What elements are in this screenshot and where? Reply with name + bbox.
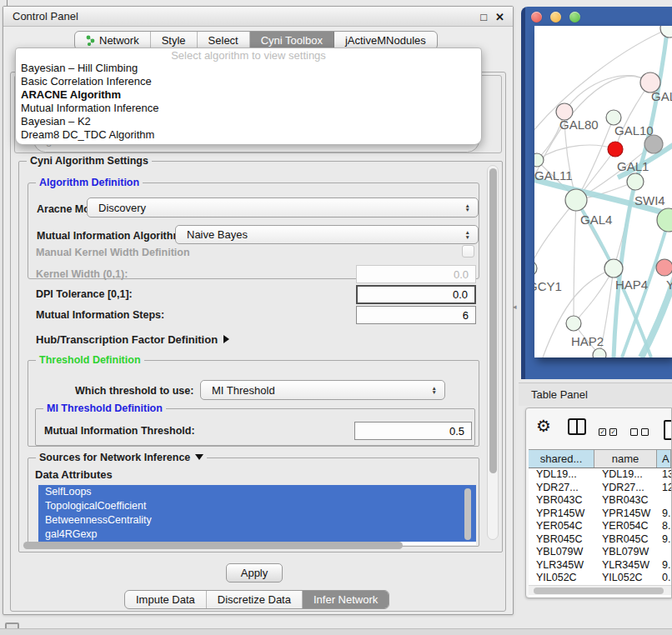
network-edge[interactable]: [564, 76, 650, 112]
collapsed-arrow-icon: [223, 335, 229, 343]
data-attributes-list[interactable]: SelfLoopsTopologicalCoefficientBetweenne…: [38, 485, 476, 545]
node-hap4[interactable]: [604, 259, 623, 278]
table-row[interactable]: YER054CYER054C8.: [529, 520, 671, 533]
settings-vertical-scrollbar[interactable]: [487, 165, 499, 540]
panel-resize-handle[interactable]: ◂: [513, 302, 517, 311]
control-panel-titlebar[interactable]: Control Panel □ ✕: [3, 7, 513, 27]
gear-icon[interactable]: ⚙: [536, 418, 551, 434]
mi-algorithm-type-combo[interactable]: Naive Bayes ▲▼: [175, 225, 479, 244]
tab-style[interactable]: Style: [151, 32, 198, 49]
algorithm-options: Bayesian – Hill ClimbingBasic Correlatio…: [16, 62, 481, 142]
manual-kernel-width-label: Manual Kernel Width Definition: [36, 247, 190, 258]
aracne-mode-combo[interactable]: Discovery ▲▼: [87, 198, 479, 218]
list-scrollbar[interactable]: [464, 488, 471, 540]
table-horizontal-scrollbar[interactable]: [529, 585, 671, 595]
mi-threshold-field[interactable]: 0.5: [354, 422, 472, 440]
table-row[interactable]: YDR27...YDR27...12: [529, 482, 671, 495]
table-row[interactable]: YBR043CYBR043C: [529, 494, 671, 508]
network-edge[interactable]: [574, 268, 614, 323]
kernel-width-label: Kernel Width (0,1):: [36, 268, 128, 280]
apply-button[interactable]: Apply: [226, 563, 283, 582]
network-edge[interactable]: [574, 200, 576, 323]
hub-definition-toggle[interactable]: Hub/Transcription Factor Definition: [36, 333, 229, 346]
table-cell: YDR27...: [594, 482, 657, 495]
table-row[interactable]: YBR045CYBR045C9.: [529, 533, 671, 547]
settings-horizontal-scrollbar[interactable]: [23, 542, 403, 549]
window-edge-tick: [7, 0, 8, 6]
mi-algorithm-type-value: Naive Bayes: [187, 228, 248, 241]
deselect-all-icon[interactable]: [630, 428, 649, 436]
node-hap2[interactable]: [566, 316, 581, 331]
column-header-3[interactable]: A: [657, 450, 671, 468]
label-swi4-label: SWI4: [634, 193, 665, 208]
sources-title[interactable]: Sources for Network Inference: [36, 452, 207, 463]
algorithm-option[interactable]: Basic Correlation Inference: [16, 75, 481, 88]
network-edge[interactable]: [537, 145, 615, 160]
table-row[interactable]: YIL052CYIL052C0.: [529, 572, 671, 585]
cyni-toolbox-panel: gal-filtered sif default node Cyni Algor…: [10, 72, 506, 612]
table-row[interactable]: YDL19...YDL19...13: [529, 468, 671, 482]
table-cell: 12: [657, 482, 671, 495]
attribute-list-item[interactable]: SelfLoops: [38, 485, 476, 499]
manual-kernel-width-checkbox[interactable]: [462, 245, 474, 258]
mi-steps-field[interactable]: 6: [356, 306, 476, 324]
tab-label: Cyni Toolbox: [261, 34, 323, 47]
node-gal2-label: GAL: [651, 89, 672, 103]
select-all-icon[interactable]: ✓✓: [599, 428, 617, 436]
node-gal11[interactable]: [534, 153, 544, 167]
node-gray[interactable]: [644, 135, 663, 153]
close-panel-icon[interactable]: ✕: [495, 12, 504, 22]
network-edge[interactable]: [534, 200, 576, 268]
column-view-icon[interactable]: [568, 418, 586, 435]
tab-jactivemnodules[interactable]: jActiveMNodules: [334, 32, 437, 49]
expanded-arrow-icon: [195, 454, 203, 460]
table-panel: ⚙ ✓✓ shared...nameA YDL19...YDL19...13YD…: [525, 408, 672, 598]
tab-discretize-data[interactable]: Discretize Data: [207, 591, 303, 608]
network-canvas[interactable]: GALGAL80GAL10GAL1GAL11SWI4GAL4GCY1HAP4YH…: [534, 26, 672, 358]
new-table-icon[interactable]: [664, 420, 672, 440]
table-panel-titlebar[interactable]: Table Panel: [519, 382, 672, 406]
dpi-tolerance-field[interactable]: 0.0: [356, 285, 476, 304]
tab-infer-network[interactable]: Infer Network: [303, 591, 389, 608]
algorithm-option[interactable]: Bayesian – K2: [16, 115, 481, 128]
kernel-width-field[interactable]: 0.0: [356, 265, 476, 283]
tab-impute-data[interactable]: Impute Data: [125, 591, 207, 608]
table-cell: 13: [657, 468, 671, 482]
table-cell: 0.: [657, 572, 671, 585]
tab-cyni-toolbox[interactable]: Cyni Toolbox: [250, 32, 334, 49]
table-cell: YDL19...: [529, 468, 594, 482]
node-hap2-label: HAP2: [571, 334, 604, 348]
table-cell: YPR145W: [529, 508, 594, 521]
table-cell: YLR345W: [529, 559, 594, 572]
table-row[interactable]: YPR145WYPR145W9.: [529, 508, 671, 521]
node-bottom[interactable]: [593, 348, 606, 358]
zoom-window-icon[interactable]: [569, 12, 580, 22]
node-red[interactable]: [608, 142, 623, 157]
node-salmon[interactable]: [656, 259, 672, 276]
tab-select[interactable]: Select: [198, 32, 250, 49]
tab-label: Network: [99, 34, 139, 47]
attribute-list-item[interactable]: BetweennessCentrality: [38, 513, 476, 528]
column-header-2[interactable]: name: [594, 450, 657, 468]
node-gal4[interactable]: [565, 189, 587, 211]
algorithm-option[interactable]: Dream8 DC_TDC Algorithm: [16, 128, 481, 142]
attribute-list-item[interactable]: gal4RGexp: [38, 528, 476, 542]
algorithm-option[interactable]: Bayesian – Hill Climbing: [16, 62, 481, 75]
node-gal10-label: GAL10: [614, 123, 654, 138]
mi-steps-value: 6: [463, 309, 469, 322]
algorithm-option[interactable]: ARACNE Algorithm: [16, 88, 481, 102]
table-row[interactable]: YLR345WYLR345W9.: [529, 559, 671, 572]
table-row[interactable]: YBL079WYBL079W: [529, 546, 671, 559]
node-top-right[interactable]: [660, 26, 672, 38]
node-gcy1[interactable]: [534, 261, 537, 276]
tab-network[interactable]: Network: [75, 32, 151, 49]
algorithm-option[interactable]: Mutual Information Inference: [16, 102, 481, 115]
tab-label: Discretize Data: [218, 593, 291, 606]
which-threshold-combo[interactable]: MI Threshold ▲▼: [200, 380, 445, 400]
minimize-window-icon[interactable]: [550, 12, 561, 22]
close-window-icon[interactable]: [531, 12, 542, 22]
attribute-list-item[interactable]: TopologicalCoefficient: [38, 499, 476, 513]
column-header-1[interactable]: shared...: [529, 450, 594, 468]
node-gal1[interactable]: [627, 173, 644, 190]
float-window-icon[interactable]: □: [480, 12, 487, 22]
